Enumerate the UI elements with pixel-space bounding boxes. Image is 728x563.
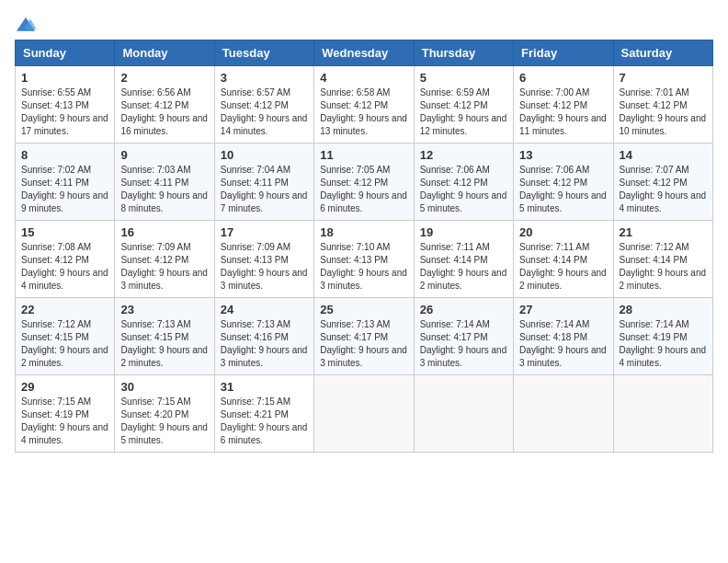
day-info: Sunrise: 7:13 AM Sunset: 4:17 PM Dayligh… xyxy=(320,318,407,370)
day-info: Sunrise: 7:14 AM Sunset: 4:18 PM Dayligh… xyxy=(519,318,607,370)
day-number: 6 xyxy=(519,71,607,85)
calendar-cell: 24 Sunrise: 7:13 AM Sunset: 4:16 PM Dayl… xyxy=(214,298,313,375)
logo-icon xyxy=(15,16,37,34)
day-number: 28 xyxy=(620,303,707,316)
day-info: Sunrise: 7:12 AM Sunset: 4:15 PM Dayligh… xyxy=(21,318,108,370)
calendar-cell: 26 Sunrise: 7:14 AM Sunset: 4:17 PM Dayl… xyxy=(414,298,513,375)
day-number: 31 xyxy=(221,380,308,394)
day-info: Sunrise: 7:13 AM Sunset: 4:16 PM Dayligh… xyxy=(221,318,308,370)
day-number: 18 xyxy=(320,225,407,239)
calendar-cell: 7 Sunrise: 7:01 AM Sunset: 4:12 PM Dayli… xyxy=(613,66,712,144)
calendar-table: SundayMondayTuesdayWednesdayThursdayFrid… xyxy=(15,40,713,453)
calendar-cell: 13 Sunrise: 7:06 AM Sunset: 4:12 PM Dayl… xyxy=(514,144,613,221)
calendar-cell: 19 Sunrise: 7:11 AM Sunset: 4:14 PM Dayl… xyxy=(414,221,513,298)
header-tuesday: Tuesday xyxy=(214,40,313,66)
calendar-cell: 22 Sunrise: 7:12 AM Sunset: 4:15 PM Dayl… xyxy=(16,298,115,375)
day-number: 10 xyxy=(221,148,308,162)
calendar-cell: 3 Sunrise: 6:57 AM Sunset: 4:12 PM Dayli… xyxy=(214,66,313,144)
day-info: Sunrise: 7:06 AM Sunset: 4:12 PM Dayligh… xyxy=(519,164,607,215)
header-sunday: Sunday xyxy=(16,40,115,66)
calendar-cell: 28 Sunrise: 7:14 AM Sunset: 4:19 PM Dayl… xyxy=(613,298,712,375)
day-number: 25 xyxy=(320,303,407,316)
day-number: 12 xyxy=(420,148,507,162)
calendar-cell: 6 Sunrise: 7:00 AM Sunset: 4:12 PM Dayli… xyxy=(514,66,613,144)
day-number: 15 xyxy=(21,225,108,239)
calendar-cell: 23 Sunrise: 7:13 AM Sunset: 4:15 PM Dayl… xyxy=(115,298,214,375)
page-header xyxy=(15,15,713,34)
day-number: 16 xyxy=(120,225,208,239)
day-number: 2 xyxy=(120,71,208,85)
calendar-cell: 4 Sunrise: 6:58 AM Sunset: 4:12 PM Dayli… xyxy=(314,66,414,144)
calendar-cell: 12 Sunrise: 7:06 AM Sunset: 4:12 PM Dayl… xyxy=(414,144,513,221)
calendar-cell: 25 Sunrise: 7:13 AM Sunset: 4:17 PM Dayl… xyxy=(314,298,414,375)
header-saturday: Saturday xyxy=(613,40,712,66)
calendar-cell: 18 Sunrise: 7:10 AM Sunset: 4:13 PM Dayl… xyxy=(314,221,414,298)
day-number: 13 xyxy=(519,148,607,162)
day-info: Sunrise: 7:15 AM Sunset: 4:21 PM Dayligh… xyxy=(221,396,308,447)
day-info: Sunrise: 7:09 AM Sunset: 4:12 PM Dayligh… xyxy=(120,241,208,293)
day-number: 14 xyxy=(620,148,707,162)
week-row-1: 1 Sunrise: 6:55 AM Sunset: 4:13 PM Dayli… xyxy=(16,66,713,144)
day-number: 20 xyxy=(519,225,607,239)
day-number: 29 xyxy=(21,380,108,394)
week-row-4: 22 Sunrise: 7:12 AM Sunset: 4:15 PM Dayl… xyxy=(16,298,713,375)
day-info: Sunrise: 7:11 AM Sunset: 4:14 PM Dayligh… xyxy=(420,241,507,293)
header-row: SundayMondayTuesdayWednesdayThursdayFrid… xyxy=(16,40,713,66)
day-number: 7 xyxy=(620,71,707,85)
day-info: Sunrise: 7:06 AM Sunset: 4:12 PM Dayligh… xyxy=(420,164,507,215)
day-number: 3 xyxy=(221,71,308,85)
calendar-cell: 8 Sunrise: 7:02 AM Sunset: 4:11 PM Dayli… xyxy=(16,144,115,221)
calendar-cell: 5 Sunrise: 6:59 AM Sunset: 4:12 PM Dayli… xyxy=(414,66,513,144)
day-info: Sunrise: 7:09 AM Sunset: 4:13 PM Dayligh… xyxy=(221,241,308,293)
day-info: Sunrise: 7:13 AM Sunset: 4:15 PM Dayligh… xyxy=(120,318,208,370)
calendar-cell: 10 Sunrise: 7:04 AM Sunset: 4:11 PM Dayl… xyxy=(214,144,313,221)
day-number: 24 xyxy=(221,303,308,316)
day-number: 22 xyxy=(21,303,108,316)
calendar-cell: 30 Sunrise: 7:15 AM Sunset: 4:20 PM Dayl… xyxy=(115,375,214,453)
day-info: Sunrise: 7:11 AM Sunset: 4:14 PM Dayligh… xyxy=(519,241,607,293)
day-info: Sunrise: 7:15 AM Sunset: 4:19 PM Dayligh… xyxy=(21,396,108,447)
day-info: Sunrise: 7:08 AM Sunset: 4:12 PM Dayligh… xyxy=(21,241,108,293)
logo xyxy=(15,15,40,34)
week-row-2: 8 Sunrise: 7:02 AM Sunset: 4:11 PM Dayli… xyxy=(16,144,713,221)
calendar-cell: 17 Sunrise: 7:09 AM Sunset: 4:13 PM Dayl… xyxy=(214,221,313,298)
day-info: Sunrise: 6:56 AM Sunset: 4:12 PM Dayligh… xyxy=(120,86,208,138)
calendar-cell xyxy=(514,375,613,453)
day-info: Sunrise: 7:14 AM Sunset: 4:19 PM Dayligh… xyxy=(620,318,707,370)
calendar-cell: 27 Sunrise: 7:14 AM Sunset: 4:18 PM Dayl… xyxy=(514,298,613,375)
day-info: Sunrise: 7:03 AM Sunset: 4:11 PM Dayligh… xyxy=(120,164,208,215)
day-info: Sunrise: 7:14 AM Sunset: 4:17 PM Dayligh… xyxy=(420,318,507,370)
day-info: Sunrise: 7:01 AM Sunset: 4:12 PM Dayligh… xyxy=(620,86,707,138)
calendar-cell xyxy=(414,375,513,453)
day-info: Sunrise: 7:12 AM Sunset: 4:14 PM Dayligh… xyxy=(620,241,707,293)
calendar-cell: 21 Sunrise: 7:12 AM Sunset: 4:14 PM Dayl… xyxy=(613,221,712,298)
calendar-cell: 29 Sunrise: 7:15 AM Sunset: 4:19 PM Dayl… xyxy=(16,375,115,453)
day-number: 26 xyxy=(420,303,507,316)
week-row-5: 29 Sunrise: 7:15 AM Sunset: 4:19 PM Dayl… xyxy=(16,375,713,453)
day-number: 30 xyxy=(120,380,208,394)
day-info: Sunrise: 7:04 AM Sunset: 4:11 PM Dayligh… xyxy=(221,164,308,215)
header-monday: Monday xyxy=(115,40,214,66)
day-info: Sunrise: 7:00 AM Sunset: 4:12 PM Dayligh… xyxy=(519,86,607,138)
calendar-cell: 20 Sunrise: 7:11 AM Sunset: 4:14 PM Dayl… xyxy=(514,221,613,298)
calendar-cell: 11 Sunrise: 7:05 AM Sunset: 4:12 PM Dayl… xyxy=(314,144,414,221)
day-number: 27 xyxy=(519,303,607,316)
day-info: Sunrise: 7:07 AM Sunset: 4:12 PM Dayligh… xyxy=(620,164,707,215)
day-number: 4 xyxy=(320,71,407,85)
day-info: Sunrise: 6:55 AM Sunset: 4:13 PM Dayligh… xyxy=(21,86,108,138)
calendar-cell: 2 Sunrise: 6:56 AM Sunset: 4:12 PM Dayli… xyxy=(115,66,214,144)
day-number: 19 xyxy=(420,225,507,239)
day-number: 17 xyxy=(221,225,308,239)
calendar-cell: 1 Sunrise: 6:55 AM Sunset: 4:13 PM Dayli… xyxy=(16,66,115,144)
calendar-cell: 31 Sunrise: 7:15 AM Sunset: 4:21 PM Dayl… xyxy=(214,375,313,453)
day-number: 1 xyxy=(21,71,108,85)
calendar-cell xyxy=(314,375,414,453)
calendar-cell: 14 Sunrise: 7:07 AM Sunset: 4:12 PM Dayl… xyxy=(613,144,712,221)
calendar-body: 1 Sunrise: 6:55 AM Sunset: 4:13 PM Dayli… xyxy=(16,66,713,453)
calendar-cell xyxy=(613,375,712,453)
header-wednesday: Wednesday xyxy=(314,40,414,66)
calendar-cell: 15 Sunrise: 7:08 AM Sunset: 4:12 PM Dayl… xyxy=(16,221,115,298)
day-number: 11 xyxy=(320,148,407,162)
day-number: 8 xyxy=(21,148,108,162)
day-info: Sunrise: 6:59 AM Sunset: 4:12 PM Dayligh… xyxy=(420,86,507,138)
